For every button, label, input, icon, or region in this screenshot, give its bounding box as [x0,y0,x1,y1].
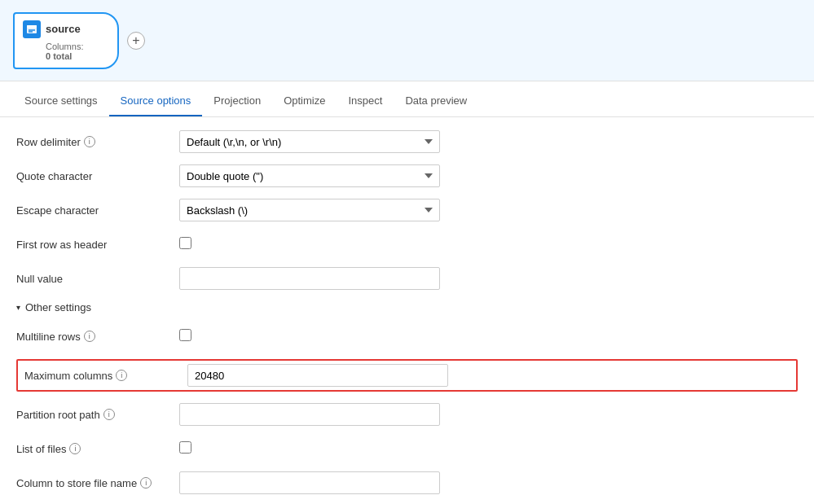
maximum-columns-label: Maximum columns i [24,370,187,382]
form-content: Row delimiter i Default (\r,\n, or \r\n)… [0,117,814,504]
row-delimiter-select[interactable]: Default (\r,\n, or \r\n) \r\n \n \r Cust… [179,130,440,153]
add-node-button[interactable]: + [127,32,145,50]
partition-root-path-info-icon[interactable]: i [103,409,115,420]
null-value-row: Null value [16,267,798,290]
first-row-header-control [179,237,440,252]
escape-character-select[interactable]: Backslash (\) Double quote (") No escape… [179,199,440,221]
list-of-files-label: List of files i [16,443,179,455]
column-store-filename-label: Column to store file name i [16,477,179,489]
chevron-down-icon: ▾ [16,303,20,312]
list-of-files-checkbox[interactable] [179,441,191,454]
list-of-files-control [179,441,440,456]
partition-root-path-label: Partition root path i [16,409,179,421]
multiline-rows-info-icon[interactable]: i [84,331,95,342]
node-subtitle: Columns: 0 total [46,42,98,61]
quote-character-label: Quote character [16,170,179,182]
row-delimiter-row: Row delimiter i Default (\r,\n, or \r\n)… [16,130,798,153]
tab-source-options[interactable]: Source options [109,86,203,116]
tabs-bar: Source settings Source options Projectio… [0,81,814,117]
tab-inspect[interactable]: Inspect [337,86,394,116]
maximum-columns-input[interactable] [187,364,448,387]
first-row-header-checkbox[interactable] [179,237,191,249]
list-of-files-info-icon[interactable]: i [69,443,81,454]
row-delimiter-info-icon[interactable]: i [84,136,95,147]
maximum-columns-control [187,364,448,387]
multiline-rows-row: Multiline rows i [16,325,798,348]
row-delimiter-control: Default (\r,\n, or \r\n) \r\n \n \r Cust… [179,130,440,153]
canvas-area: source Columns: 0 total + [0,0,814,81]
row-delimiter-label: Row delimiter i [16,136,179,148]
column-store-filename-info-icon[interactable]: i [140,477,152,489]
tab-data-preview[interactable]: Data preview [394,86,478,116]
partition-root-path-input[interactable] [179,403,440,426]
partition-root-path-control [179,403,440,426]
partition-root-path-row: Partition root path i [16,403,798,426]
escape-character-control: Backslash (\) Double quote (") No escape… [179,199,440,221]
column-store-filename-input[interactable] [179,471,440,494]
tab-source-settings[interactable]: Source settings [13,86,109,116]
node-title: source [46,23,81,35]
first-row-header-label: First row as header [16,239,179,251]
quote-character-control: Double quote (") Single quote (') No quo… [179,164,440,187]
column-store-filename-control [179,471,440,494]
null-value-control [179,267,440,290]
multiline-rows-label: Multiline rows i [16,331,179,343]
multiline-rows-checkbox[interactable] [179,329,191,341]
other-settings-header[interactable]: ▾ Other settings [16,301,798,313]
tab-optimize[interactable]: Optimize [272,86,337,116]
quote-character-row: Quote character Double quote (") Single … [16,164,798,187]
escape-character-row: Escape character Backslash (\) Double qu… [16,199,798,221]
maximum-columns-info-icon[interactable]: i [116,370,127,381]
maximum-columns-highlighted: Maximum columns i [16,359,798,392]
tab-projection[interactable]: Projection [202,86,272,116]
maximum-columns-row: Maximum columns i [18,364,796,387]
first-row-header-row: First row as header [16,233,798,256]
source-node-icon [23,20,41,38]
null-value-label: Null value [16,273,179,285]
list-of-files-row: List of files i [16,437,798,460]
multiline-rows-control [179,329,440,344]
null-value-input[interactable] [179,267,440,290]
column-store-filename-row: Column to store file name i [16,471,798,494]
quote-character-select[interactable]: Double quote (") Single quote (') No quo… [179,164,440,187]
svg-rect-1 [27,25,37,28]
source-node[interactable]: source Columns: 0 total [13,12,119,69]
escape-character-label: Escape character [16,204,179,217]
